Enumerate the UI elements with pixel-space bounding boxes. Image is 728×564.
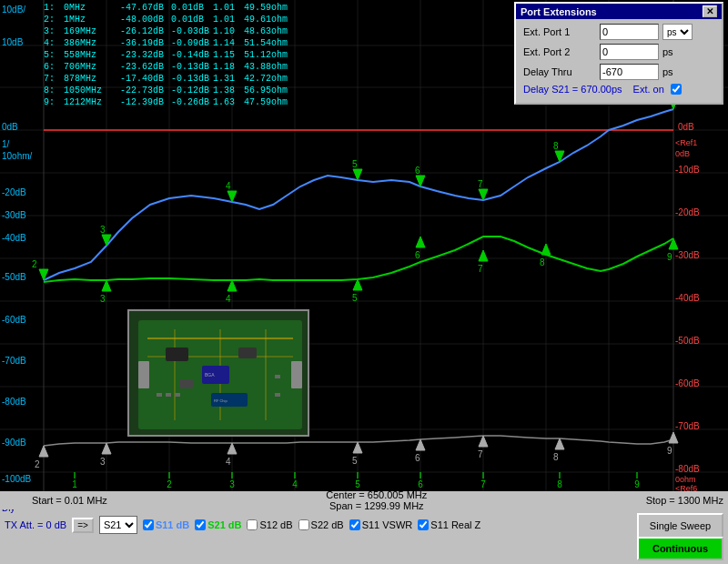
svg-marker-28: [228, 191, 237, 202]
s22db-checkbox-label[interactable]: S22 dB: [298, 519, 344, 530]
ext-port1-unit-select[interactable]: ps ns: [662, 24, 693, 40]
svg-text:6: 6: [418, 479, 423, 489]
svg-rect-133: [157, 393, 162, 397]
continuous-button[interactable]: Continuous: [637, 537, 723, 560]
svg-marker-60: [353, 442, 362, 453]
svg-rect-135: [175, 393, 180, 397]
s21db-checkbox-label[interactable]: S21 dB: [195, 519, 241, 530]
chart-area: 2 3 4 5 6 7 8 9 3 4 5 6: [0, 0, 728, 491]
table-row: 8: 1050MHz -22.73dB -0.12dB 1.38 56.95oh…: [44, 85, 297, 96]
svg-text:-50dB: -50dB: [675, 336, 700, 346]
svg-text:3: 3: [229, 479, 235, 489]
svg-text:-20dB: -20dB: [2, 187, 26, 197]
dialog-title: Port Extensions: [521, 6, 597, 17]
svg-marker-66: [555, 438, 564, 449]
svg-marker-52: [669, 238, 678, 249]
delay-thru-input[interactable]: [600, 64, 659, 80]
ext-on-label: Ext. on: [633, 84, 664, 95]
svg-text:10ohm/: 10ohm/: [2, 151, 33, 161]
svg-text:1: 1: [72, 479, 77, 489]
svg-text:-70dB: -70dB: [675, 421, 700, 431]
ext-port1-label: Ext. Port 1: [523, 26, 596, 37]
s11realz-checkbox-label[interactable]: S11 Real Z: [418, 519, 480, 530]
svg-marker-32: [416, 176, 425, 186]
s12db-label: S12 dB: [259, 519, 292, 530]
svg-rect-134: [166, 393, 171, 397]
svg-text:-40dB: -40dB: [675, 293, 700, 303]
svg-text:6: 6: [415, 250, 420, 260]
s11realz-checkbox[interactable]: [418, 519, 429, 530]
s11db-checkbox[interactable]: [143, 519, 154, 530]
svg-marker-54: [39, 446, 48, 457]
svg-marker-40: [102, 280, 111, 291]
s11vswr-checkbox-label[interactable]: S11 VSWR: [349, 519, 413, 530]
table-row: 2: 1MHz -48.00dB 0.01dB 1.01 49.61ohm: [44, 14, 297, 25]
svg-marker-62: [416, 439, 425, 450]
single-sweep-button[interactable]: Single Sweep: [637, 513, 723, 539]
svg-text:0ohm: 0ohm: [675, 475, 696, 484]
table-row: 5: 558MHz -23.32dB -0.14dB 1.15 51.12ohm: [44, 49, 297, 61]
ext-port1-input[interactable]: [600, 24, 659, 40]
s21db-label: S21 dB: [207, 519, 241, 530]
svg-marker-58: [228, 443, 237, 454]
svg-marker-24: [39, 269, 48, 280]
s11db-checkbox-label[interactable]: S11 dB: [143, 519, 189, 530]
delay-thru-row: Delay Thru ps: [523, 64, 714, 80]
ext-port2-input[interactable]: [600, 44, 659, 60]
marker-data-table: 1: 0MHz -47.67dB 0.01dB 1.01 49.59ohm 2:…: [44, 2, 297, 108]
svg-text:-100dB: -100dB: [2, 474, 32, 484]
svg-rect-137: [275, 375, 280, 378]
svg-text:3: 3: [100, 457, 106, 467]
s21db-checkbox[interactable]: [195, 519, 206, 530]
s12db-checkbox-label[interactable]: S12 dB: [247, 519, 292, 530]
dialog-body: Ext. Port 1 ps ns Ext. Port 2 ps Delay T…: [516, 19, 722, 103]
svg-text:2: 2: [32, 259, 37, 269]
bottom-controls: MC Dly Start = 0.01 MHz Center = 650.005…: [0, 491, 728, 564]
dialog-titlebar: Port Extensions ✕: [516, 4, 722, 19]
svg-text:RF Chip: RF Chip: [214, 398, 228, 403]
svg-rect-130: [291, 361, 302, 388]
svg-text:7: 7: [478, 449, 483, 459]
channel-select[interactable]: S21: [99, 516, 137, 534]
svg-text:6: 6: [415, 166, 420, 176]
svg-marker-34: [479, 189, 488, 200]
freq-info-bar: Start = 0.01 MHz Center = 650.005 MHz Sp…: [0, 491, 728, 509]
svg-marker-30: [353, 169, 362, 180]
svg-marker-64: [479, 436, 488, 447]
svg-text:-60dB: -60dB: [675, 378, 700, 388]
svg-text:-80dB: -80dB: [675, 464, 700, 474]
svg-marker-56: [102, 443, 111, 454]
svg-text:0dB: 0dB: [678, 122, 694, 132]
s22db-checkbox[interactable]: [298, 519, 309, 530]
s11vswr-checkbox[interactable]: [349, 519, 360, 530]
svg-rect-127: [179, 379, 193, 388]
dialog-close-button[interactable]: ✕: [703, 5, 717, 17]
port-extensions-dialog: Port Extensions ✕ Ext. Port 1 ps ns Ext.…: [514, 2, 723, 105]
s11realz-label: S11 Real Z: [430, 519, 480, 530]
s12db-checkbox[interactable]: [247, 519, 258, 530]
svg-marker-50: [541, 244, 551, 255]
arrow-left-button[interactable]: =>: [72, 518, 94, 533]
svg-text:5: 5: [352, 456, 358, 466]
table-row: 7: 878MHz -17.40dB -0.13dB 1.31 42.72ohm: [44, 73, 297, 85]
svg-text:4: 4: [226, 181, 231, 191]
svg-text:8: 8: [553, 141, 559, 151]
svg-text:9: 9: [634, 479, 640, 489]
ext-on-checkbox[interactable]: [671, 84, 682, 95]
svg-text:BGA: BGA: [205, 372, 215, 378]
svg-text:7: 7: [478, 179, 483, 189]
svg-marker-68: [669, 432, 678, 443]
svg-text:9: 9: [667, 446, 672, 456]
svg-rect-124: [166, 347, 188, 361]
svg-text:0dB: 0dB: [675, 149, 690, 158]
svg-text:-80dB: -80dB: [2, 397, 26, 407]
svg-text:6: 6: [415, 453, 420, 463]
s11vswr-label: S11 VSWR: [362, 519, 413, 530]
svg-text:3: 3: [100, 294, 106, 304]
svg-text:3: 3: [100, 225, 106, 235]
table-row: 3: 169MHz -26.12dB -0.03dB 1.10 48.63ohm: [44, 25, 297, 37]
svg-marker-44: [353, 279, 362, 290]
table-row: 4: 386MHz -36.19dB -0.09dB 1.14 51.54ohm: [44, 37, 297, 49]
svg-text:-10dB: -10dB: [675, 165, 700, 175]
svg-text:2: 2: [35, 459, 40, 469]
